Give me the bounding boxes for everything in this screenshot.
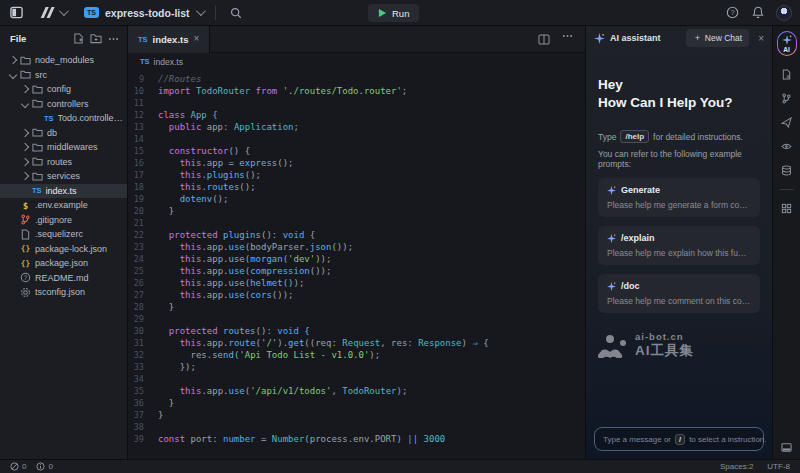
file-tree-item-readme-md[interactable]: ?README.md xyxy=(0,271,127,286)
file-tree-item--env-example[interactable]: $.env.example xyxy=(0,198,127,213)
code-line[interactable]: 39const port: number = Number(process.en… xyxy=(128,433,585,445)
tab-index-ts[interactable]: TS index.ts × xyxy=(128,26,210,53)
code-line[interactable]: 20 } xyxy=(128,205,585,217)
code-line[interactable]: 19 dotenv(); xyxy=(128,193,585,205)
chevron-right-icon[interactable] xyxy=(21,172,29,180)
file-tree: node_modulessrcconfigcontrollersTSTodo.c… xyxy=(0,50,127,459)
code-line[interactable]: 17 this.plugins(); xyxy=(128,169,585,181)
notifications-bell-icon[interactable] xyxy=(750,5,766,21)
code-line[interactable]: 10import TodoRouter from './routes/Todo.… xyxy=(128,85,585,97)
project-switcher[interactable]: TS express-todo-list xyxy=(84,7,203,19)
code-line[interactable]: 32 res.send('Api Todo List - v1.0.0'); xyxy=(128,349,585,361)
file-tree-item-package-json[interactable]: {}package.json xyxy=(0,256,127,271)
new-chat-button[interactable]: ＋ New Chat xyxy=(686,29,749,47)
code-line[interactable]: 24 this.app.use(morgan('dev')); xyxy=(128,253,585,265)
rail-source-control-icon[interactable] xyxy=(781,93,792,104)
rail-bottom-panel-icon[interactable] xyxy=(781,442,792,453)
code-line[interactable]: 31 this.app.route('/').get((req: Request… xyxy=(128,337,585,349)
file-tree-item-todo-controller-ts[interactable]: TSTodo.controller.ts xyxy=(0,111,127,126)
code-line[interactable]: 25 this.app.use(compression()); xyxy=(128,265,585,277)
code-line[interactable]: 28 } xyxy=(128,301,585,313)
indentation-setting[interactable]: Spaces:2 xyxy=(720,462,753,471)
code-line[interactable]: 14 xyxy=(128,133,585,145)
file-label: Todo.controller.ts xyxy=(58,113,123,123)
code-line[interactable]: 33 }); xyxy=(128,361,585,373)
code-line[interactable]: 16 this.app = express(); xyxy=(128,157,585,169)
file-tree-item-controllers[interactable]: controllers xyxy=(0,97,127,112)
file-tree-item-routes[interactable]: routes xyxy=(0,155,127,170)
code-line[interactable]: 29 xyxy=(128,313,585,325)
problems-errors[interactable]: 0 xyxy=(10,462,26,471)
file-tree-item-src[interactable]: src xyxy=(0,68,127,83)
file-label: tsconfig.json xyxy=(35,287,85,297)
code-line[interactable]: 34 xyxy=(128,373,585,385)
close-panel-icon[interactable]: × xyxy=(758,33,764,44)
chevron-right-icon[interactable] xyxy=(21,158,29,166)
prompt-card-doc[interactable]: /doc Please help me comment on this code… xyxy=(598,274,760,313)
file-tree-item-index-ts[interactable]: TSindex.ts xyxy=(0,184,127,199)
split-editor-icon[interactable] xyxy=(538,34,550,45)
code-line[interactable]: 35 this.app.use('/api/v1/todos', TodoRou… xyxy=(128,385,585,397)
prompt-card-explain[interactable]: /explain Please help me explain how this… xyxy=(598,226,760,265)
chat-placeholder: to select a instruction. xyxy=(689,435,766,444)
editor-more-icon[interactable] xyxy=(562,34,573,45)
code-line[interactable]: 26 this.app.use(helmet()); xyxy=(128,277,585,289)
rail-database-icon[interactable] xyxy=(781,165,792,176)
run-button[interactable]: Run xyxy=(368,4,419,22)
rail-deploy-icon[interactable] xyxy=(781,117,792,128)
file-tree-item-tsconfig-json[interactable]: tsconfig.json xyxy=(0,285,127,300)
code-line[interactable]: 15 constructor() { xyxy=(128,145,585,157)
encoding-setting[interactable]: UTF-8 xyxy=(767,462,790,471)
breadcrumb[interactable]: TS index.ts xyxy=(128,53,585,70)
code-line[interactable]: 30 protected routes(): void { xyxy=(128,325,585,337)
chevron-right-icon[interactable] xyxy=(21,129,29,137)
file-tree-item--gitignore[interactable]: .gitignore xyxy=(0,213,127,228)
chevron-right-icon[interactable] xyxy=(21,85,29,93)
chevron-down-icon[interactable] xyxy=(21,100,29,108)
right-toolbar: AIa xyxy=(772,26,800,459)
code-line[interactable]: 21 xyxy=(128,217,585,229)
file-tree-item-services[interactable]: services xyxy=(0,169,127,184)
new-file-icon[interactable] xyxy=(73,33,84,44)
line-number: 24 xyxy=(128,253,158,265)
problems-warnings[interactable]: 0 xyxy=(36,462,52,471)
rail-docs-icon[interactable]: a xyxy=(781,69,792,80)
file-tree-item-middlewares[interactable]: middlewares xyxy=(0,140,127,155)
close-tab-icon[interactable]: × xyxy=(194,34,200,44)
file-tree-item--sequelizerc[interactable]: .sequelizerc xyxy=(0,227,127,242)
help-icon[interactable]: ? xyxy=(724,5,740,21)
file-tree-item-package-lock-json[interactable]: {}package-lock.json xyxy=(0,242,127,257)
rail-apps-icon[interactable] xyxy=(781,203,792,214)
code-line[interactable]: 13 public app: Application; xyxy=(128,121,585,133)
chat-input[interactable]: Type a message or / to select a instruct… xyxy=(594,427,764,451)
code-line[interactable]: 27 this.app.use(cors()); xyxy=(128,289,585,301)
rail-preview-icon[interactable] xyxy=(781,141,792,152)
code-line[interactable]: 23 this.app.use(bodyParser.json()); xyxy=(128,241,585,253)
code-editor[interactable]: 9//Routes10import TodoRouter from './rou… xyxy=(128,70,585,459)
code-line[interactable]: 36 } xyxy=(128,397,585,409)
code-line[interactable]: 38 xyxy=(128,421,585,433)
prompt-card-generate[interactable]: Generate Please help me generate a form … xyxy=(598,178,760,217)
file-tree-item-node-modules[interactable]: node_modules xyxy=(0,53,127,68)
code-line[interactable]: 9//Routes xyxy=(128,73,585,85)
user-avatar[interactable] xyxy=(776,5,792,21)
file-tree-item-config[interactable]: config xyxy=(0,82,127,97)
code-line[interactable]: 22 protected plugins(): void { xyxy=(128,229,585,241)
chevron-right-icon[interactable] xyxy=(21,143,29,151)
rail-ai-assistant-button[interactable]: AI xyxy=(777,31,797,56)
code-line[interactable]: 18 this.routes(); xyxy=(128,181,585,193)
chevron-right-icon[interactable] xyxy=(9,56,17,64)
code-line[interactable]: 37} xyxy=(128,409,585,421)
more-actions-icon[interactable] xyxy=(108,37,119,41)
ai-panel-header: AI assistant ＋ New Chat × xyxy=(586,26,772,50)
file-label: services xyxy=(47,171,80,181)
new-folder-icon[interactable] xyxy=(90,33,102,44)
app-logo[interactable] xyxy=(38,6,66,19)
spacer xyxy=(10,231,16,237)
search-icon[interactable] xyxy=(228,5,244,21)
code-line[interactable]: 12class App { xyxy=(128,109,585,121)
code-line[interactable]: 11 xyxy=(128,97,585,109)
sidebar-toggle-icon[interactable] xyxy=(8,5,24,21)
chevron-down-icon[interactable] xyxy=(9,71,17,79)
file-tree-item-db[interactable]: db xyxy=(0,126,127,141)
